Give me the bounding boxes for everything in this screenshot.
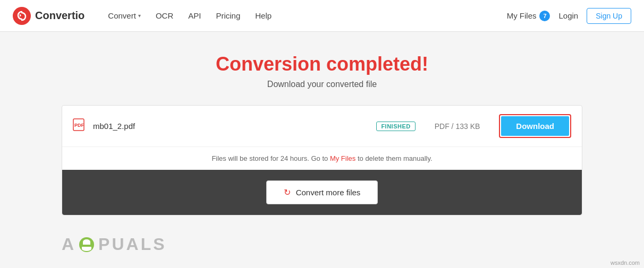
- storage-notice: Files will be stored for 24 hours. Go to…: [62, 147, 582, 170]
- my-files-link[interactable]: My Files: [330, 154, 355, 162]
- refresh-icon: ↻: [284, 187, 291, 197]
- status-badge: FINISHED: [376, 122, 415, 131]
- nav-ocr[interactable]: OCR: [149, 8, 180, 23]
- convert-more-bar: ↻ Convert more files: [62, 170, 582, 215]
- nav-help[interactable]: Help: [249, 8, 278, 23]
- pdf-icon: PDF: [73, 118, 84, 134]
- header: Convertio Convert ▾ OCR API Pricing Help…: [0, 0, 644, 32]
- file-card: PDF mb01_2.pdf FINISHED PDF / 133 KB Dow…: [62, 105, 582, 215]
- convert-more-button[interactable]: ↻ Convert more files: [266, 180, 378, 204]
- nav-api[interactable]: API: [182, 8, 207, 23]
- logo-icon: [13, 7, 31, 25]
- download-button-wrapper: Download: [499, 114, 571, 138]
- watermark-text: A PUALS: [62, 235, 582, 254]
- chevron-down-icon: ▾: [138, 13, 141, 19]
- my-files-button[interactable]: My Files 7: [507, 11, 550, 21]
- conversion-header: Conversion completed! Download your conv…: [62, 53, 582, 89]
- main-nav: Convert ▾ OCR API Pricing Help: [101, 8, 278, 23]
- login-button[interactable]: Login: [558, 11, 578, 20]
- watermark-face-icon: [79, 237, 94, 252]
- svg-text:PDF: PDF: [74, 123, 84, 128]
- main-content: Conversion completed! Download your conv…: [30, 32, 614, 226]
- watermark-area: A PUALS: [30, 226, 614, 263]
- svg-marker-0: [20, 14, 21, 17]
- logo-text: Convertio: [35, 10, 84, 22]
- header-right: My Files 7 Login Sign Up: [507, 8, 631, 24]
- file-name: mb01_2.pdf: [93, 122, 368, 131]
- logo[interactable]: Convertio: [13, 7, 84, 25]
- conversion-subtitle: Download your converted file: [62, 80, 582, 89]
- nav-convert[interactable]: Convert ▾: [101, 8, 147, 23]
- download-button[interactable]: Download: [501, 116, 569, 136]
- header-left: Convertio Convert ▾ OCR API Pricing Help: [13, 7, 278, 25]
- file-size: PDF / 133 KB: [435, 122, 480, 131]
- signup-button[interactable]: Sign Up: [587, 8, 631, 24]
- conversion-title: Conversion completed!: [62, 53, 582, 75]
- files-count-badge: 7: [539, 11, 550, 21]
- nav-pricing[interactable]: Pricing: [209, 8, 247, 23]
- file-row: PDF mb01_2.pdf FINISHED PDF / 133 KB Dow…: [62, 106, 582, 147]
- wsxdn-watermark: wsxdn.com: [611, 260, 640, 263]
